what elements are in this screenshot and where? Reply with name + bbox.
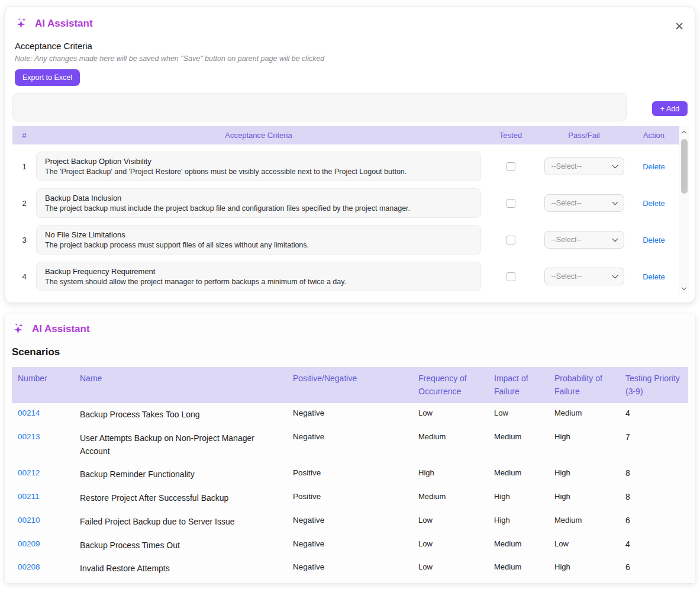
criteria-card[interactable]: Backup Data Inclusion The project backup… [36, 188, 481, 218]
chevron-down-icon [612, 200, 618, 205]
scenario-name: User Attempts Backup on Non-Project Mana… [74, 427, 287, 463]
scenario-frequency: Low [412, 403, 488, 423]
scroll-up-icon[interactable] [679, 127, 689, 137]
col-name: Name [74, 367, 287, 403]
pass-fail-select[interactable]: --Select-- [544, 231, 624, 249]
row-number: 1 [12, 162, 36, 171]
criteria-card[interactable]: No File Size Limitations The project bac… [36, 225, 481, 255]
select-value: --Select-- [551, 272, 582, 281]
delete-link[interactable]: Delete [643, 272, 665, 281]
scenario-frequency: High [412, 463, 488, 482]
scenario-number-link[interactable]: 00213 [12, 427, 74, 446]
scenario-row: 00209 Backup Process Times Out Negative … [12, 534, 688, 558]
criteria-description: The project backup must include the proj… [45, 204, 472, 213]
pass-fail-select[interactable]: --Select-- [544, 268, 624, 285]
tested-checkbox[interactable] [507, 236, 515, 244]
col-number: Number [12, 367, 74, 403]
new-criteria-input[interactable] [12, 93, 627, 121]
criteria-card[interactable]: Project Backup Option Visibility The 'Pr… [36, 152, 481, 181]
scenario-frequency: Low [412, 557, 488, 577]
row-number: 2 [12, 199, 36, 208]
scenario-impact: Low [488, 403, 549, 423]
sparkle-icon [16, 17, 30, 31]
tested-checkbox[interactable] [507, 162, 515, 171]
tested-checkbox[interactable] [507, 272, 515, 281]
col-positive-negative: Positive/Negative [287, 367, 412, 403]
scenario-name: Backup Process Takes Too Long [74, 403, 287, 427]
scenario-impact: Medium [488, 534, 549, 554]
col-acceptance-criteria: Acceptance Criteria [36, 131, 481, 140]
col-number: # [12, 131, 36, 140]
scenario-number-link[interactable]: 00214 [12, 403, 74, 423]
pass-fail-select[interactable]: --Select-- [544, 194, 624, 212]
export-to-excel-button[interactable]: Export to Excel [15, 69, 80, 86]
scenario-impact: Medium [488, 427, 549, 446]
panel-header: AI Assistant [13, 322, 688, 336]
tested-checkbox[interactable] [507, 199, 515, 208]
delete-link[interactable]: Delete [643, 162, 665, 171]
acceptance-criteria-row: 2 Backup Data Inclusion The project back… [12, 188, 680, 218]
scenario-type: Negative [287, 557, 412, 577]
acceptance-criteria-row: 1 Project Backup Option Visibility The '… [12, 152, 680, 181]
scenario-priority: 4 [620, 403, 688, 423]
criteria-title: No File Size Limitations [45, 230, 472, 239]
panel-title: AI Assistant [32, 323, 90, 335]
row-number: 4 [12, 272, 36, 281]
ai-assistant-dialog: AI Assistant ✕ Acceptance Criteria Note:… [5, 6, 695, 303]
delete-link[interactable]: Delete [643, 199, 665, 208]
scenarios-table-body: 00214 Backup Process Takes Too Long Nega… [12, 403, 688, 581]
section-title: Acceptance Criteria [15, 41, 688, 51]
row-number: 3 [12, 236, 36, 244]
close-icon[interactable]: ✕ [675, 21, 684, 32]
scenario-probability: Low [549, 534, 620, 554]
scenario-probability: High [549, 487, 620, 506]
chevron-down-icon [612, 236, 618, 242]
add-button[interactable]: + Add [652, 101, 688, 116]
scenario-probability: High [549, 427, 620, 446]
criteria-card[interactable]: Backup Frequency Requirement The system … [36, 262, 481, 291]
col-action: Action [628, 131, 680, 140]
scenario-type: Positive [287, 487, 412, 506]
scenarios-panel: AI Assistant Scenarios Number Name Posit… [5, 314, 695, 583]
panel-title: AI Assistant [35, 18, 93, 30]
criteria-description: The system should allow the project mana… [45, 278, 472, 286]
col-pass-fail: Pass/Fail [540, 131, 628, 140]
criteria-title: Backup Data Inclusion [45, 194, 472, 202]
scenario-frequency: Low [412, 510, 488, 530]
acceptance-table-body: 1 Project Backup Option Visibility The '… [12, 152, 680, 291]
scenario-number-link[interactable]: 00209 [12, 534, 74, 554]
scrollbar[interactable] [679, 126, 689, 294]
scenario-number-link[interactable]: 00212 [12, 463, 74, 482]
dialog-header: AI Assistant [16, 17, 688, 31]
scenario-row: 00214 Backup Process Takes Too Long Nega… [12, 403, 688, 427]
scenario-priority: 8 [620, 487, 688, 507]
scenario-priority: 8 [620, 463, 688, 483]
scenarios-heading: Scenarios [12, 346, 688, 358]
sparkle-icon [13, 322, 27, 336]
scenario-frequency: Medium [412, 427, 488, 446]
scenario-row: 00213 User Attempts Backup on Non-Projec… [12, 427, 688, 463]
criteria-title: Backup Frequency Requirement [45, 267, 472, 276]
criteria-description: The 'Project Backup' and 'Project Restor… [45, 168, 472, 176]
scenario-number-link[interactable]: 00210 [12, 510, 74, 530]
scenario-number-link[interactable]: 00211 [12, 487, 74, 506]
scroll-down-icon[interactable] [679, 284, 689, 293]
scenarios-table-header: Number Name Positive/Negative Frequency … [12, 367, 688, 403]
scenario-row: 00210 Failed Project Backup due to Serve… [12, 510, 688, 534]
scenario-type: Negative [287, 534, 412, 554]
scenario-frequency: Low [412, 534, 488, 554]
scrollbar-thumb[interactable] [681, 139, 688, 194]
pass-fail-select[interactable]: --Select-- [544, 157, 624, 175]
delete-link[interactable]: Delete [643, 236, 665, 244]
note-text: Note: Any changes made here will be save… [15, 54, 688, 63]
acceptance-table-header: # Acceptance Criteria Tested Pass/Fail A… [12, 126, 680, 144]
scenario-type: Negative [287, 403, 412, 423]
col-testing-priority: Testing Priority (3-9) [620, 367, 688, 403]
scenario-name: Backup Process Times Out [74, 534, 287, 558]
scenario-name: Backup Reminder Functionality [74, 463, 287, 487]
scenario-priority: 6 [620, 510, 688, 530]
scenario-number-link[interactable]: 00208 [12, 557, 74, 577]
scenario-probability: Medium [549, 403, 620, 423]
scenario-impact: Medium [488, 463, 549, 482]
scenario-impact: Medium [488, 557, 549, 577]
